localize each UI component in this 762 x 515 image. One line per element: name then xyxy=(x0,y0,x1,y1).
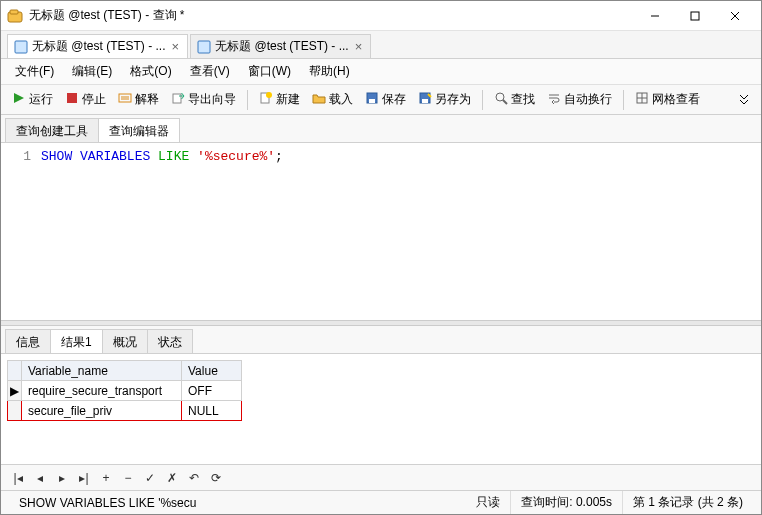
button-label: 查找 xyxy=(511,91,535,108)
find-button[interactable]: 查找 xyxy=(489,88,540,111)
svg-point-15 xyxy=(266,92,272,98)
menu-help[interactable]: 帮助(H) xyxy=(305,60,354,83)
search-icon xyxy=(494,91,508,108)
stop-icon xyxy=(65,91,79,108)
result-grid-panel: Variable_name Value ▶ require_secure_tra… xyxy=(1,354,761,464)
undo-button[interactable]: ↶ xyxy=(185,469,203,487)
punctuation: ; xyxy=(275,149,283,164)
minimize-button[interactable] xyxy=(635,2,675,30)
menu-format[interactable]: 格式(O) xyxy=(126,60,175,83)
sql-editor[interactable]: 1 SHOW VARIABLES LIKE '%secure%'; xyxy=(1,143,761,320)
cell-value[interactable]: OFF xyxy=(182,381,242,401)
button-label: 网格查看 xyxy=(652,91,700,108)
svg-point-20 xyxy=(496,93,504,101)
svg-rect-6 xyxy=(15,41,27,53)
button-label: 自动换行 xyxy=(564,91,612,108)
delete-button[interactable]: − xyxy=(119,469,137,487)
stop-button[interactable]: 停止 xyxy=(60,88,111,111)
toolbar: 运行 停止 解释 导出向导 新建 载入 保存 另存为 查找 自动换行 网格查看 xyxy=(1,85,761,115)
cancel-button[interactable]: ✗ xyxy=(163,469,181,487)
close-icon[interactable]: × xyxy=(353,39,365,54)
menu-edit[interactable]: 编辑(E) xyxy=(68,60,116,83)
close-button[interactable] xyxy=(715,2,755,30)
refresh-button[interactable]: ⟳ xyxy=(207,469,225,487)
svg-rect-7 xyxy=(198,41,210,53)
prev-button[interactable]: ◂ xyxy=(31,469,49,487)
svg-rect-9 xyxy=(67,93,77,103)
result-grid[interactable]: Variable_name Value ▶ require_secure_tra… xyxy=(7,360,242,421)
table-row[interactable]: secure_file_priv NULL xyxy=(8,401,242,421)
keyword: SHOW xyxy=(41,149,72,164)
status-time: 查询时间: 0.005s xyxy=(511,491,623,514)
doc-tab-label: 无标题 @test (TEST) - ... xyxy=(215,38,349,55)
button-label: 新建 xyxy=(276,91,300,108)
svg-rect-1 xyxy=(10,10,18,14)
grid-header-row: Variable_name Value xyxy=(8,361,242,381)
commit-button[interactable]: ✓ xyxy=(141,469,159,487)
new-button[interactable]: 新建 xyxy=(254,88,305,111)
editor-subtabs: 查询创建工具 查询编辑器 xyxy=(1,115,761,143)
result-tabs: 信息 结果1 概况 状态 xyxy=(1,326,761,354)
tab-query-editor[interactable]: 查询编辑器 xyxy=(98,118,180,142)
svg-line-26 xyxy=(744,100,748,104)
grid-icon xyxy=(635,91,649,108)
button-label: 另存为 xyxy=(435,91,471,108)
svg-rect-3 xyxy=(691,12,699,20)
save-button[interactable]: 保存 xyxy=(360,88,411,111)
svg-rect-19 xyxy=(422,99,428,103)
tab-info[interactable]: 信息 xyxy=(5,329,51,353)
first-button[interactable]: |◂ xyxy=(9,469,27,487)
window-controls xyxy=(635,2,755,30)
export-wizard-button[interactable]: 导出向导 xyxy=(166,88,241,111)
record-nav-toolbar: |◂ ◂ ▸ ▸| + − ✓ ✗ ↶ ⟳ xyxy=(1,464,761,490)
explain-button[interactable]: 解释 xyxy=(113,88,164,111)
menu-file[interactable]: 文件(F) xyxy=(11,60,58,83)
menubar: 文件(F) 编辑(E) 格式(O) 查看(V) 窗口(W) 帮助(H) xyxy=(1,59,761,85)
close-icon[interactable]: × xyxy=(170,39,182,54)
doc-tab-label: 无标题 @test (TEST) - ... xyxy=(32,38,166,55)
svg-rect-10 xyxy=(119,94,131,102)
tab-query-builder[interactable]: 查询创建工具 xyxy=(5,118,99,142)
run-button[interactable]: 运行 xyxy=(7,88,58,111)
maximize-button[interactable] xyxy=(675,2,715,30)
grid-view-button[interactable]: 网格查看 xyxy=(630,88,705,111)
column-header[interactable]: Value xyxy=(182,361,242,381)
string-literal: '%secure%' xyxy=(197,149,275,164)
save-icon xyxy=(365,91,379,108)
svg-rect-17 xyxy=(369,99,375,103)
svg-line-27 xyxy=(740,95,744,99)
toolbar-overflow[interactable] xyxy=(733,91,755,108)
doc-tab-1[interactable]: 无标题 @test (TEST) - ... × xyxy=(7,34,188,58)
load-button[interactable]: 载入 xyxy=(307,88,358,111)
next-button[interactable]: ▸ xyxy=(53,469,71,487)
toolbar-separator xyxy=(482,90,483,110)
wrap-icon xyxy=(547,91,561,108)
cell-variable-name[interactable]: require_secure_transport xyxy=(22,381,182,401)
button-label: 导出向导 xyxy=(188,91,236,108)
titlebar: 无标题 @test (TEST) - 查询 * xyxy=(1,1,761,31)
cell-variable-name[interactable]: secure_file_priv xyxy=(22,401,182,421)
menu-view[interactable]: 查看(V) xyxy=(186,60,234,83)
save-as-button[interactable]: 另存为 xyxy=(413,88,476,111)
table-row[interactable]: ▶ require_secure_transport OFF xyxy=(8,381,242,401)
doc-tab-2[interactable]: 无标题 @test (TEST) - ... × xyxy=(190,34,371,58)
toolbar-separator xyxy=(623,90,624,110)
column-header[interactable]: Variable_name xyxy=(22,361,182,381)
tab-summary[interactable]: 概况 xyxy=(102,329,148,353)
word-wrap-button[interactable]: 自动换行 xyxy=(542,88,617,111)
line-number: 1 xyxy=(23,149,31,164)
button-label: 保存 xyxy=(382,91,406,108)
code-line: SHOW VARIABLES LIKE '%secure%'; xyxy=(41,149,283,314)
svg-line-25 xyxy=(740,100,744,104)
tab-result1[interactable]: 结果1 xyxy=(50,329,103,353)
button-label: 运行 xyxy=(29,91,53,108)
tab-status[interactable]: 状态 xyxy=(147,329,193,353)
svg-line-28 xyxy=(744,95,748,99)
results-pane: 信息 结果1 概况 状态 Variable_name Value ▶ requi… xyxy=(1,326,761,490)
svg-rect-13 xyxy=(173,94,181,103)
add-button[interactable]: + xyxy=(97,469,115,487)
save-as-icon xyxy=(418,91,432,108)
last-button[interactable]: ▸| xyxy=(75,469,93,487)
cell-value[interactable]: NULL xyxy=(182,401,242,421)
menu-window[interactable]: 窗口(W) xyxy=(244,60,295,83)
